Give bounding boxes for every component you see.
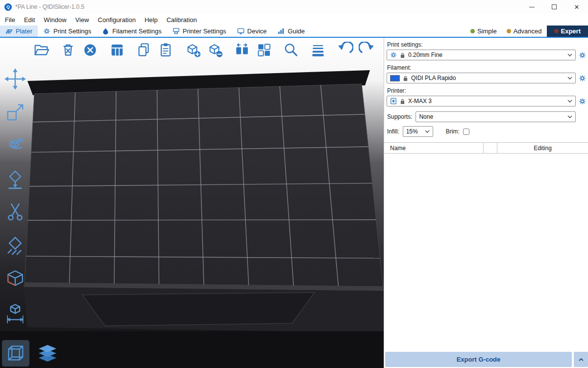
filament-combo[interactable]: QIDI PLA Rapido <box>387 73 576 83</box>
printer-base-handle <box>82 292 315 326</box>
chevron-down-icon <box>567 115 572 118</box>
left-toolbar <box>2 67 28 324</box>
minimize-button[interactable] <box>520 0 543 14</box>
delete-all-icon <box>82 42 98 58</box>
tab-filament-settings[interactable]: Filament Settings <box>97 26 167 37</box>
arrange-icon <box>109 42 125 58</box>
variable-layer-height-button[interactable] <box>308 40 328 60</box>
chevron-up-icon <box>579 358 584 361</box>
mode-advanced[interactable]: Advanced <box>502 26 547 37</box>
export-row: Export G-code <box>385 352 588 367</box>
mode-simple[interactable]: Simple <box>466 26 502 37</box>
infill-value: 15% <box>406 128 418 135</box>
infill-combo[interactable]: 15% <box>403 126 433 137</box>
minimize-icon <box>529 7 535 7</box>
measure-tool-button[interactable] <box>2 267 28 291</box>
filament-label: Filament: <box>387 64 585 71</box>
paste-button[interactable] <box>156 40 176 60</box>
window-titlebar: Q *PA Line - QIDISlicer-1.0.5 ✕ <box>0 0 588 14</box>
scale-icon <box>4 102 26 123</box>
measure-icon <box>4 268 26 290</box>
gear-icon <box>579 98 586 105</box>
print-settings-combo[interactable]: 0.20mm Fine <box>387 50 576 60</box>
menubar: File Edit Window View Configuration Help… <box>0 14 588 26</box>
tab-print-settings-label: Print Settings <box>53 27 91 35</box>
undo-button[interactable] <box>335 40 355 60</box>
brim-checkbox[interactable] <box>463 129 469 135</box>
paint-support-tool-button[interactable] <box>2 234 28 258</box>
menu-item-window[interactable]: Window <box>39 14 71 26</box>
tab-print-settings[interactable]: Print Settings <box>38 26 97 37</box>
filament-gear-button[interactable] <box>578 75 587 82</box>
view-3d-editor-button[interactable] <box>2 340 29 367</box>
delete-all-button[interactable] <box>80 40 100 60</box>
place-on-face-tool-button[interactable] <box>2 167 28 191</box>
gear-icon <box>579 75 586 82</box>
printer-value: X-MAX 3 <box>408 98 432 105</box>
window-controls: ✕ <box>520 0 588 14</box>
split-to-objects-button[interactable] <box>232 40 252 60</box>
plater-icon <box>5 27 13 35</box>
search-button[interactable] <box>281 40 301 60</box>
copy-button[interactable] <box>134 40 154 60</box>
main-area: Print settings: 0.20mm Fine Filament: QI… <box>0 38 588 368</box>
menu-item-edit[interactable]: Edit <box>20 14 39 26</box>
lock-icon <box>400 52 405 58</box>
print-settings-value: 0.20mm Fine <box>408 52 442 58</box>
tab-guide[interactable]: Guide <box>272 26 310 37</box>
app-logo-icon: Q <box>4 3 12 11</box>
filament-value: QIDI PLA Rapido <box>411 75 456 81</box>
add-instance-icon <box>185 42 201 58</box>
scale-tool-button[interactable] <box>2 101 28 124</box>
arrange-button[interactable] <box>107 40 127 60</box>
export-gcode-button[interactable]: Export G-code <box>385 352 572 367</box>
split-to-parts-button[interactable] <box>254 40 274 60</box>
supports-combo[interactable]: None <box>416 111 576 122</box>
lock-icon <box>400 98 405 105</box>
print-settings-icon <box>43 27 50 35</box>
undo-icon <box>337 42 353 58</box>
device-icon <box>237 27 245 35</box>
cut-tool-button[interactable] <box>2 201 28 224</box>
menu-item-calibration[interactable]: Calibration <box>162 14 201 26</box>
mode-expert[interactable]: Expert <box>547 26 588 37</box>
simple-mode-dot-icon <box>470 29 475 33</box>
tab-device-label: Device <box>247 27 267 35</box>
tab-plater[interactable]: Plater <box>0 26 38 37</box>
lock-icon <box>403 75 408 81</box>
3d-viewport[interactable] <box>0 38 384 368</box>
filament-settings-icon <box>102 27 109 35</box>
print-settings-gear-button[interactable] <box>578 52 587 59</box>
redo-button[interactable] <box>357 40 377 60</box>
app-window: Q *PA Line - QIDISlicer-1.0.5 ✕ File Edi… <box>0 0 588 368</box>
object-list-body[interactable] <box>384 154 588 340</box>
chevron-down-icon <box>425 130 430 133</box>
maximize-button[interactable] <box>543 0 565 14</box>
view-preview-button[interactable] <box>34 340 61 367</box>
open-button[interactable] <box>31 40 51 60</box>
close-button[interactable]: ✕ <box>565 0 588 14</box>
copy-icon <box>136 42 152 58</box>
close-icon: ✕ <box>574 3 580 11</box>
move-tool-button[interactable] <box>2 67 28 91</box>
remove-instance-button[interactable] <box>205 40 225 60</box>
menu-item-view[interactable]: View <box>71 14 94 26</box>
printer-combo[interactable]: X-MAX 3 <box>387 96 576 106</box>
add-instance-button[interactable] <box>183 40 203 60</box>
printer-gear-button[interactable] <box>578 98 587 105</box>
tab-printer-settings[interactable]: Printer Settings <box>167 26 232 37</box>
right-panel: Print settings: 0.20mm Fine Filament: QI… <box>384 38 588 368</box>
gear-icon <box>390 52 397 58</box>
menu-item-file[interactable]: File <box>0 14 20 26</box>
column-header-extruder <box>484 143 497 153</box>
preview-layers-icon <box>36 342 59 365</box>
menu-item-help[interactable]: Help <box>140 14 162 26</box>
rotate-tool-button[interactable] <box>2 134 28 158</box>
export-options-button[interactable] <box>574 352 588 367</box>
mode-advanced-label: Advanced <box>514 27 542 35</box>
top-toolbar <box>31 40 384 60</box>
delete-button[interactable] <box>58 40 78 60</box>
menu-item-configuration[interactable]: Configuration <box>94 14 140 26</box>
distance-tool-button[interactable] <box>2 301 28 324</box>
tab-device[interactable]: Device <box>232 26 272 37</box>
